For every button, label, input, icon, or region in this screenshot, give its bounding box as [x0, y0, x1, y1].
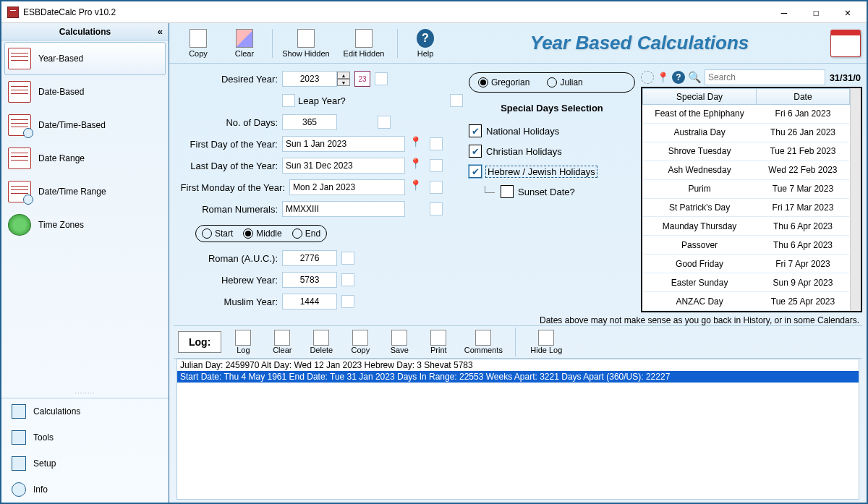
pin-button[interactable]: 📍	[409, 158, 425, 174]
sidebar-item-date-time-based[interactable]: Date/Time-Based	[4, 108, 166, 142]
close-button[interactable]: ✕	[832, 2, 864, 22]
no-of-days-field[interactable]: 365	[282, 114, 337, 130]
hide-log-icon	[538, 330, 554, 346]
minimize-button[interactable]: —	[768, 2, 800, 22]
roman-numerals-label: Roman Numerals:	[174, 204, 282, 215]
sidebar-header: Calculations «	[1, 23, 169, 40]
first-day-field[interactable]: Sun 1 Jan 2023	[282, 136, 405, 152]
year-picker-button[interactable]: 23	[354, 71, 370, 87]
log-label-button[interactable]: Log:	[178, 331, 221, 353]
radio-end[interactable]: End	[292, 228, 320, 239]
hebrew-year-field[interactable]: 5783	[282, 272, 337, 288]
search-input[interactable]	[705, 69, 825, 85]
bottom-nav-setup[interactable]: Setup	[1, 450, 169, 477]
filter-icon[interactable]	[641, 71, 654, 84]
log-line[interactable]: Julian Day: 2459970 Alt Day: Wed 12 Jan …	[177, 359, 859, 371]
log-print-button[interactable]: Print	[421, 330, 456, 354]
log-line[interactable]: Start Date: Thu 4 May 1961 End Date: Tue…	[177, 371, 859, 383]
calendar-clock-icon	[8, 114, 31, 136]
last-day-field[interactable]: Sun 31 Dec 2023	[282, 158, 405, 174]
col-special-day[interactable]: Special Day	[643, 89, 757, 105]
collapse-icon[interactable]: «	[158, 26, 163, 37]
copy-icon	[352, 330, 368, 346]
grid-scrollbar[interactable]	[850, 88, 861, 311]
print-icon	[430, 330, 446, 346]
first-monday-hide-checkbox[interactable]	[430, 181, 443, 194]
table-row[interactable]: PassoverThu 6 Apr 2023	[643, 236, 850, 255]
bottom-nav-tools[interactable]: Tools	[1, 424, 169, 450]
radio-middle[interactable]: Middle	[243, 228, 281, 239]
last-day-hide-checkbox[interactable]	[430, 159, 443, 172]
table-row[interactable]: Shrove TuesdayTue 21 Feb 2023	[643, 142, 850, 161]
sidebar-item-date-range[interactable]: Date Range	[4, 142, 166, 175]
clear-button[interactable]: Clear	[221, 29, 268, 58]
muslim-year-field[interactable]: 1444	[282, 294, 337, 309]
drag-handle[interactable]: ∙∙∙∙∙∙∙∙	[1, 389, 169, 396]
log-comments-button[interactable]: Comments	[460, 330, 506, 354]
hebrew-year-hide-checkbox[interactable]	[341, 273, 354, 286]
roman-numerals-field[interactable]: MMXXIII	[282, 201, 405, 217]
table-row[interactable]: Easter SundaySun 9 Apr 2023	[643, 273, 850, 292]
first-day-hide-checkbox[interactable]	[430, 137, 443, 150]
desired-year-field[interactable]: 2023	[282, 71, 337, 87]
first-monday-field[interactable]: Mon 2 Jan 2023	[289, 179, 405, 195]
help-button[interactable]: ?Help	[402, 29, 448, 58]
help-icon[interactable]: ?	[672, 71, 685, 84]
log-icon	[235, 330, 251, 346]
desired-year-label: Desired Year:	[174, 74, 282, 85]
hide-log-button[interactable]: Hide Log	[524, 330, 568, 354]
sidebar-item-year-based[interactable]: Year-Based	[4, 42, 166, 75]
national-holidays-checkbox[interactable]	[469, 124, 482, 137]
sunset-date-checkbox[interactable]	[501, 185, 514, 198]
comments-icon	[475, 330, 491, 346]
roman-numerals-hide-checkbox[interactable]	[430, 202, 443, 215]
find-icon[interactable]: 🔍	[688, 71, 702, 84]
log-area[interactable]: Julian Day: 2459970 Alt Day: Wed 12 Jan …	[176, 359, 859, 500]
desired-year-hide-checkbox[interactable]	[375, 72, 388, 85]
log-button[interactable]: Log	[226, 330, 260, 354]
muslim-year-label: Muslim Year:	[174, 296, 282, 307]
no-of-days-hide-checkbox[interactable]	[378, 116, 391, 129]
edit-hidden-button[interactable]: Edit Hidden	[335, 29, 393, 58]
radio-gregorian[interactable]: Gregorian	[478, 77, 529, 87]
sidebar-item-date-based[interactable]: Date-Based	[4, 75, 166, 108]
special-days-grid[interactable]: Special Day Date Feast of the EphiphanyF…	[641, 87, 862, 312]
copy-button[interactable]: Copy	[175, 29, 221, 58]
pin-button[interactable]: 📍	[409, 179, 425, 195]
muslim-year-hide-checkbox[interactable]	[341, 295, 354, 308]
col-date[interactable]: Date	[757, 89, 850, 105]
table-row[interactable]: ANZAC DayTue 25 Apr 2023	[643, 292, 850, 311]
year-spinner[interactable]: ▲▼	[337, 72, 350, 86]
show-hidden-button[interactable]: Show Hidden	[277, 29, 335, 58]
leap-year-hide-checkbox[interactable]	[450, 94, 463, 107]
table-row[interactable]: St Patrick's DayFri 17 Mar 2023	[643, 198, 850, 217]
radio-start[interactable]: Start	[202, 228, 233, 239]
sidebar-item-time-zones[interactable]: Time Zones	[4, 208, 166, 242]
bottom-nav-info[interactable]: Info	[1, 477, 169, 503]
pin-icon[interactable]: 📍	[657, 72, 669, 83]
log-delete-button[interactable]: Delete	[304, 330, 339, 354]
sidebar-item-date-time-range[interactable]: Date/Time Range	[4, 175, 166, 208]
leap-year-checkbox[interactable]	[282, 94, 295, 107]
no-of-days-label: No. of Days:	[174, 117, 282, 128]
pin-button[interactable]: 📍	[409, 136, 425, 152]
table-row[interactable]: Ash WednesdayWed 22 Feb 2023	[643, 161, 850, 179]
log-save-button[interactable]: Save	[382, 330, 417, 354]
table-row[interactable]: PurimTue 7 Mar 2023	[643, 179, 850, 198]
bottom-nav-calculations[interactable]: Calculations	[1, 398, 169, 424]
radio-julian[interactable]: Julian	[547, 77, 582, 87]
log-clear-button[interactable]: Clear	[265, 330, 299, 354]
maximize-button[interactable]: ☐	[800, 2, 832, 22]
roman-auc-field[interactable]: 2776	[282, 250, 337, 266]
hebrew-holidays-checkbox[interactable]	[469, 165, 482, 178]
table-row[interactable]: Feast of the EphiphanyFri 6 Jan 2023	[643, 105, 850, 124]
copy-icon	[190, 29, 207, 48]
table-row[interactable]: Good FridayFri 7 Apr 2023	[643, 255, 850, 273]
christian-holidays-checkbox[interactable]	[469, 145, 482, 158]
title-bar: ESBDateCalc Pro v10.2 — ☐ ✕	[1, 1, 867, 23]
log-copy-button[interactable]: Copy	[343, 330, 378, 354]
table-row[interactable]: Maunday ThursdayThu 6 Apr 2023	[643, 217, 850, 236]
roman-auc-hide-checkbox[interactable]	[341, 252, 354, 265]
table-row[interactable]: Australia DayThu 26 Jan 2023	[643, 123, 850, 142]
save-icon	[391, 330, 407, 346]
